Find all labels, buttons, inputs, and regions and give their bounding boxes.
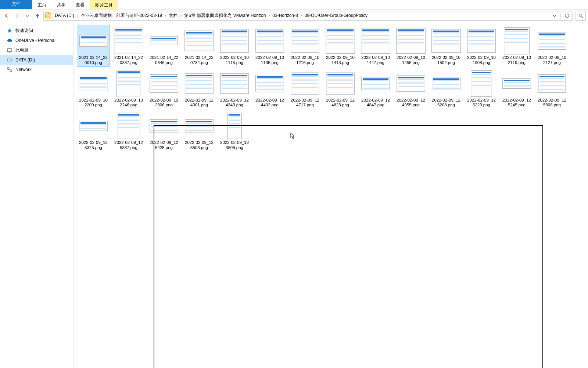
chevron-right-icon: › — [267, 13, 271, 18]
file-thumbnail — [113, 26, 144, 55]
svg-point-3 — [11, 60, 11, 60]
refresh-button[interactable] — [563, 12, 571, 20]
sidebar-item-quick-access[interactable]: 快速访问 — [0, 26, 73, 36]
file-thumbnail — [431, 69, 462, 98]
sidebar-item-network[interactable]: Network — [0, 65, 73, 74]
file-name-label: 2022-02-09_102306.png — [148, 98, 179, 108]
file-item[interactable]: 2021-02-14_220337.png — [112, 25, 145, 66]
address-dropdown-icon[interactable] — [551, 12, 559, 20]
file-item[interactable]: 2022-02-09_102306.png — [148, 68, 180, 109]
svg-rect-4 — [7, 68, 9, 69]
file-thumbnail — [325, 26, 356, 55]
file-item[interactable]: 2022-02-09_124717.png — [289, 68, 321, 109]
sidebar-item-label: DATA (D:) — [15, 57, 35, 63]
file-name-label: 2022-02-09_125425.png — [148, 140, 179, 151]
file-thumbnail — [219, 69, 250, 98]
sidebar-item-this-pc[interactable]: 此电脑 — [0, 45, 73, 55]
file-item[interactable]: 2022-02-09_125308.png — [536, 68, 568, 109]
breadcrumb-segment[interactable]: 文档 — [167, 12, 179, 19]
file-item[interactable]: 2022-02-09_102246.png — [112, 68, 145, 109]
file-item[interactable]: 2022-02-09_125325.png — [77, 110, 110, 151]
chevron-right-icon: › — [76, 13, 79, 18]
file-item[interactable]: 2022-02-09_124343.png — [218, 68, 251, 109]
star-icon — [7, 28, 12, 34]
file-item[interactable]: 2022-02-09_124301.png — [183, 68, 215, 109]
file-item[interactable]: 2022-02-09_124823.png — [324, 68, 356, 109]
sidebar-item-onedrive[interactable]: OneDrive - Personal — [0, 36, 73, 45]
nav-recent-dropdown[interactable] — [23, 11, 32, 20]
file-name-label: 2022-02-09_124343.png — [219, 98, 250, 108]
file-content-area[interactable]: 2021-02-14_220010.png2021-02-14_220337.p… — [74, 22, 588, 368]
ribbon-tab-picture-tools[interactable]: 图片工具 — [90, 0, 118, 9]
nav-forward-button[interactable] — [12, 11, 21, 20]
file-name-label: 2022-02-09_101908.png — [466, 55, 497, 66]
file-thumbnail — [290, 26, 320, 55]
file-name-label: 2022-02-09_125245.png — [501, 98, 532, 108]
file-name-label: 2022-02-09_125308.png — [537, 98, 567, 108]
file-thumbnail — [395, 26, 426, 55]
file-item[interactable]: 2022-02-09_133809.png — [218, 110, 251, 151]
ribbon-tab-view[interactable]: 查看 — [71, 0, 90, 9]
file-item[interactable]: 2022-02-09_101447.png — [359, 25, 392, 66]
file-thumbnail — [78, 26, 109, 55]
file-item[interactable]: 2022-02-09_102127.png — [536, 25, 568, 66]
file-item[interactable]: 2022-02-09_101115.png — [218, 25, 251, 66]
file-item[interactable]: 2021-02-14_220734.png — [183, 25, 215, 66]
file-item[interactable]: 2022-02-09_124402.png — [254, 68, 286, 109]
file-item[interactable]: 2022-02-09_101455.png — [395, 25, 427, 66]
file-item[interactable]: 2022-02-09_102209.png — [77, 68, 110, 109]
nav-back-button[interactable] — [2, 11, 11, 20]
file-name-label: 2022-02-09_101115.png — [219, 55, 250, 66]
file-thumbnail — [395, 69, 426, 98]
sidebar-item-label: Network — [15, 67, 32, 72]
file-name-label: 2022-02-09_124301.png — [184, 98, 215, 108]
file-thumbnail — [360, 26, 391, 55]
file-item[interactable]: 2022-02-09_101135.png — [254, 25, 286, 66]
file-item[interactable]: 2022-02-09_125337.png — [112, 110, 145, 151]
ribbon-tab-share[interactable]: 共享 — [51, 0, 71, 9]
file-name-label: 2022-02-09_124823.png — [325, 98, 356, 108]
folder-icon — [45, 13, 51, 18]
ribbon-tab-home[interactable]: 主页 — [32, 0, 51, 9]
file-thumbnail — [501, 26, 532, 55]
file-item[interactable]: 2022-02-09_102119.png — [501, 25, 533, 66]
file-item[interactable]: 2022-02-09_125245.png — [501, 68, 533, 109]
file-item[interactable]: 2022-02-09_125425.png — [148, 110, 180, 151]
breadcrumb-segment[interactable]: 03-Horizon-8 — [271, 12, 299, 19]
file-item[interactable]: 2022-02-09_101502.png — [430, 25, 462, 66]
file-thumbnail — [148, 112, 179, 140]
address-bar[interactable]: DATA (D:)›企业云桌面规划、部署与运维-2022-03-19›文档›第6… — [43, 11, 573, 21]
file-item[interactable]: 2022-02-09_125208.png — [430, 68, 462, 109]
file-item[interactable]: 2021-02-14_220010.png — [77, 25, 110, 66]
file-name-label: 2021-02-14_220337.png — [113, 55, 144, 66]
file-thumbnail — [219, 112, 250, 140]
breadcrumb-segment[interactable]: 第6章 部署桌面虚拟化之 VMware Horizon — [183, 12, 267, 19]
file-thumbnail — [325, 69, 356, 98]
file-name-label: 2021-02-14_220346.png — [148, 55, 179, 66]
file-thumbnail — [254, 69, 285, 98]
computer-icon — [7, 47, 12, 53]
file-name-label: 2022-02-09_102209.png — [78, 98, 109, 108]
file-item[interactable]: 2021-02-14_220346.png — [148, 25, 180, 66]
sidebar-item-data-drive[interactable]: DATA (D:) — [0, 55, 73, 65]
nav-up-button[interactable] — [33, 11, 42, 20]
network-icon — [7, 67, 12, 72]
file-name-label: 2022-02-09_124717.png — [290, 98, 320, 108]
file-item[interactable]: 2022-02-09_101908.png — [465, 25, 498, 66]
breadcrumb-segment[interactable]: 企业云桌面规划、部署与运维-2022-03-19 — [79, 12, 164, 19]
ribbon-tab-file[interactable]: 文件 — [0, 0, 32, 9]
file-item[interactable]: 2022-02-09_125223.png — [465, 68, 498, 109]
file-item[interactable]: 2022-02-09_101413.png — [324, 25, 356, 66]
file-item[interactable]: 2022-02-09_101216.png — [289, 25, 321, 66]
search-input[interactable] — [576, 11, 586, 21]
file-name-label: 2021-02-14_220734.png — [184, 55, 215, 66]
file-item[interactable]: 2022-02-09_124847.png — [359, 68, 392, 109]
breadcrumb-segment[interactable]: DATA (D:) — [53, 12, 76, 19]
file-item[interactable]: 2022-02-09_125508.png — [183, 110, 215, 151]
file-item[interactable]: 2022-02-09_124955.png — [395, 68, 427, 109]
file-thumbnail — [537, 26, 567, 55]
file-name-label: 2022-02-09_125223.png — [466, 98, 497, 108]
file-name-label: 2022-02-09_101455.png — [395, 55, 426, 66]
breadcrumb-segment[interactable]: 09-OU-User-Group-GroupPolicy — [303, 12, 369, 19]
drive-icon — [7, 57, 12, 63]
